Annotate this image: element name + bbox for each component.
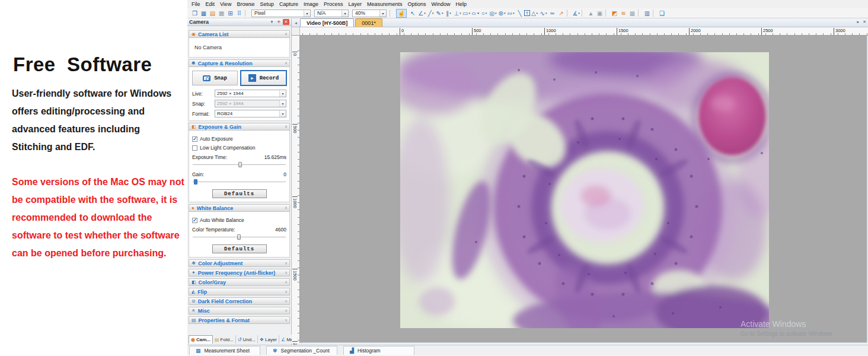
expand-chevron-icon[interactable]: « <box>283 300 288 302</box>
tab-measurement-sheet[interactable]: ▦ Measurement Sheet <box>189 346 260 355</box>
annulus-tool[interactable]: ◎ <box>489 9 497 17</box>
menu-item[interactable]: Setup <box>260 1 274 7</box>
menu-item[interactable]: Browse <box>237 1 254 7</box>
section-capture-resolution[interactable]: ✺ Capture & Resolution « <box>189 59 290 67</box>
close-icon[interactable]: ✕ <box>283 19 289 25</box>
menu-item[interactable]: Image <box>304 1 318 7</box>
collapse-chevron-icon[interactable]: « <box>283 62 288 64</box>
menu-item[interactable]: Options <box>408 1 426 7</box>
live-resolution-combo[interactable]: 2592 × 1944▾ <box>215 90 286 97</box>
divider[interactable] <box>605 9 609 17</box>
tab-scroll-right[interactable]: ▸ <box>857 20 860 24</box>
scurve-tool[interactable]: ∾ <box>506 9 515 17</box>
auto-exposure-checkbox[interactable] <box>192 136 197 142</box>
thumbnail-icon[interactable]: ⠿ <box>235 9 244 17</box>
expand-chevron-icon[interactable]: « <box>283 281 288 283</box>
menu-item[interactable]: Window <box>432 1 451 7</box>
menu-item[interactable]: Layer <box>349 1 362 7</box>
chevron-down-icon[interactable]: ▾ <box>342 10 348 17</box>
angle-tool[interactable]: ∠ <box>417 9 426 17</box>
dock-tab-undo[interactable]: ↺ Und... <box>236 335 258 344</box>
menu-item[interactable]: Edit <box>206 1 215 7</box>
divider[interactable] <box>638 9 642 17</box>
edf-icon[interactable]: ≋ <box>619 9 628 17</box>
low-light-checkbox[interactable] <box>192 145 197 151</box>
panel-menu-icon[interactable]: ▾ <box>269 19 275 25</box>
menu-item[interactable]: Process <box>324 1 343 7</box>
video-canvas[interactable]: Activate Windows Go to Settings to activ… <box>300 36 867 343</box>
expand-chevron-icon[interactable]: « <box>283 309 288 312</box>
open-icon[interactable]: ❐ <box>190 9 199 17</box>
section-white-balance[interactable]: ● White Balance « <box>189 204 290 212</box>
tab-histogram[interactable]: ▟ Histogram <box>343 346 414 355</box>
dock-tab-camera[interactable]: ◉ Cam... <box>189 335 213 344</box>
gain-slider[interactable] <box>193 179 286 185</box>
exposure-time-slider[interactable] <box>193 161 286 168</box>
browse-folder-icon[interactable]: ⊞ <box>226 9 235 17</box>
expand-chevron-icon[interactable]: « <box>283 262 288 264</box>
collapse-chevron-icon[interactable]: « <box>283 125 288 128</box>
slider-thumb[interactable] <box>194 179 197 185</box>
close-tab-icon[interactable]: ✕ <box>863 20 866 24</box>
chevron-down-icon[interactable]: ▾ <box>279 90 286 97</box>
tab-segmentation-count[interactable]: ✾ Segmentation _Count <box>266 346 337 355</box>
tab-scroll-left[interactable]: ◂ <box>292 21 300 27</box>
calibration-tool[interactable]: ∡ <box>572 9 580 17</box>
chevron-down-icon[interactable]: ▾ <box>379 10 386 17</box>
slider-thumb[interactable] <box>237 234 241 240</box>
menu-item[interactable]: View <box>220 1 231 7</box>
section-flip[interactable]: ◭ Flip « <box>189 288 290 295</box>
menu-item[interactable]: Measurements <box>367 1 403 7</box>
exposure-defaults-button[interactable]: Defaults <box>212 189 267 198</box>
expand-chevron-icon[interactable]: « <box>283 271 288 274</box>
report-icon[interactable]: ▥ <box>643 9 652 17</box>
expand-chevron-icon[interactable]: « <box>283 290 288 293</box>
chevron-down-icon[interactable]: ▾ <box>279 110 286 117</box>
menu-item[interactable]: File <box>192 1 200 7</box>
tab-video[interactable]: Video [HY-500B] <box>300 18 354 27</box>
polygon-tool[interactable]: △ <box>530 9 539 17</box>
chevron-down-icon[interactable]: ▾ <box>304 10 310 17</box>
section-power-frequency[interactable]: ✦ Power Frequency (Anti-flicker) « <box>189 269 290 276</box>
expand-chevron-icon[interactable]: « <box>283 319 288 321</box>
section-color-gray[interactable]: ◧ Color/Gray « <box>189 278 290 286</box>
gallery-icon[interactable]: ▩ <box>217 9 226 17</box>
text-tool[interactable]: T <box>524 10 530 16</box>
menu-item[interactable]: Help <box>456 1 467 7</box>
parallel-tool[interactable]: ∥ <box>444 9 453 17</box>
zoom-combo[interactable]: 40%▾ <box>352 9 387 17</box>
dock-tab-folders[interactable]: ▤ Fold... <box>213 335 236 344</box>
save-as-icon[interactable]: ▤ <box>208 9 217 17</box>
section-color-adjustment[interactable]: ❖ Color Adjustment « <box>189 259 290 267</box>
export-icon[interactable]: ❏ <box>658 9 666 17</box>
unit-combo[interactable]: Pixel▾ <box>251 9 311 17</box>
hand-tool[interactable]: ☝ <box>396 9 407 18</box>
divider[interactable] <box>653 9 656 17</box>
image-compare-icon[interactable]: ▲ <box>586 9 595 17</box>
ellipse-tool[interactable]: ○ <box>469 9 482 17</box>
section-camera-list[interactable]: ◉ Camera List « <box>189 30 290 38</box>
gear-tool[interactable]: ⊛ <box>497 9 506 17</box>
collapse-chevron-icon[interactable]: « <box>283 206 288 209</box>
pen-tool[interactable]: ✎ <box>435 9 444 17</box>
dock-tab-layer[interactable]: ❖ Layer <box>258 335 279 344</box>
pin-icon[interactable]: ✛ <box>276 19 282 25</box>
divider[interactable] <box>567 9 570 17</box>
format-combo[interactable]: RGB24▾ <box>215 110 286 117</box>
section-properties-format[interactable]: ▤ Properties & Format « <box>189 316 290 324</box>
section-misc[interactable]: ✳ Misc « <box>189 307 290 314</box>
grid-icon[interactable]: ▦ <box>628 9 637 17</box>
section-exposure-gain[interactable]: ◧ Exposure & Gain « <box>189 123 290 131</box>
collapse-chevron-icon[interactable]: « <box>283 33 288 35</box>
video-gallery-icon[interactable]: ▣ <box>595 9 604 17</box>
pointer-tool[interactable]: ↖ <box>409 9 417 17</box>
white-balance-defaults-button[interactable]: Defaults <box>212 244 267 253</box>
stitch-icon[interactable]: ◩ <box>610 9 619 17</box>
snap-button[interactable]: Snap <box>192 71 238 85</box>
record-button[interactable]: ▶ Record <box>241 71 286 85</box>
magnification-combo[interactable]: N/A▾ <box>314 9 349 17</box>
auto-white-balance-checkbox[interactable] <box>192 218 197 223</box>
save-icon[interactable]: ▦ <box>199 9 208 17</box>
divider[interactable] <box>582 9 585 17</box>
slider-thumb[interactable] <box>238 162 242 167</box>
